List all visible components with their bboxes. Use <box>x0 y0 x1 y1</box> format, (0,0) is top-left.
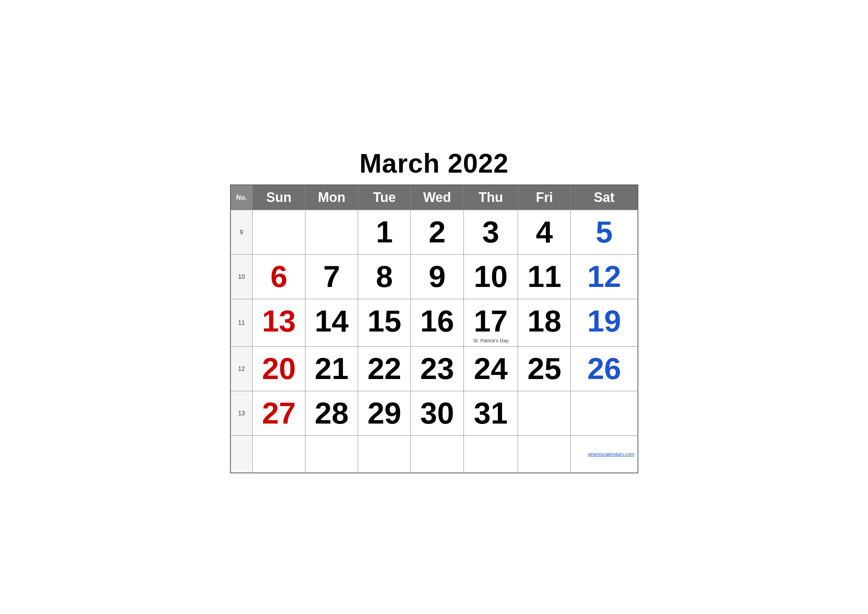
day-cell <box>411 436 463 473</box>
header-sun: Sun <box>253 185 305 210</box>
day-number: 5 <box>575 217 634 247</box>
day-cell: 16 <box>411 299 463 347</box>
day-number: 14 <box>309 306 354 336</box>
calendar-container: March 2022 No. Sun Mon Tue Wed Thu Fri S… <box>230 141 638 473</box>
day-cell: 2 <box>411 210 463 255</box>
day-cell: 22 <box>358 347 411 391</box>
header-sat: Sat <box>571 185 638 210</box>
day-number: 10 <box>468 261 515 292</box>
day-number: 19 <box>575 306 634 336</box>
day-number: 15 <box>362 306 407 336</box>
day-cell: 17St. Patrick's Day <box>463 299 518 347</box>
day-cell: wheniscalendars.com <box>571 436 638 473</box>
day-cell: 18 <box>518 299 571 347</box>
day-number: 30 <box>414 398 459 428</box>
day-number: 24 <box>468 354 515 384</box>
day-cell <box>463 436 518 473</box>
day-cell: 19 <box>571 299 638 347</box>
day-cell: 8 <box>358 255 411 299</box>
day-cell: 5 <box>571 210 638 255</box>
week-row: 111314151617St. Patrick's Day1819 <box>231 299 638 347</box>
day-cell: 30 <box>411 391 463 436</box>
header-row: No. Sun Mon Tue Wed Thu Fri Sat <box>231 185 638 210</box>
week-number: 9 <box>231 210 253 255</box>
day-cell <box>571 391 638 436</box>
day-cell <box>518 391 571 436</box>
day-cell: 29 <box>358 391 411 436</box>
day-number: 18 <box>522 306 567 336</box>
day-cell: 25 <box>518 347 571 391</box>
day-number: 16 <box>414 306 459 336</box>
header-mon: Mon <box>305 185 358 210</box>
day-number: 31 <box>468 398 515 428</box>
day-number: 27 <box>256 398 301 428</box>
day-cell: 15 <box>358 299 411 347</box>
day-cell <box>253 436 305 473</box>
day-cell <box>358 436 411 473</box>
calendar-title: March 2022 <box>230 141 638 185</box>
day-number: 4 <box>522 217 567 247</box>
day-cell: 9 <box>411 255 463 299</box>
week-row: wheniscalendars.com <box>231 436 638 473</box>
day-cell: 11 <box>518 255 571 299</box>
day-cell: 28 <box>305 391 358 436</box>
day-number: 12 <box>575 261 634 292</box>
week-row: 912345 <box>231 210 638 255</box>
calendar-table: No. Sun Mon Tue Wed Thu Fri Sat 91234510… <box>230 185 638 473</box>
day-number: 17 <box>468 306 515 336</box>
day-number: 11 <box>522 261 567 292</box>
day-cell: 1 <box>358 210 411 255</box>
day-cell <box>518 436 571 473</box>
day-number: 9 <box>414 261 459 292</box>
day-cell: 20 <box>253 347 305 391</box>
day-number: 2 <box>414 217 459 247</box>
day-cell <box>305 210 358 255</box>
day-number: 13 <box>256 306 301 336</box>
week-row: 106789101112 <box>231 255 638 299</box>
day-number: 1 <box>362 217 407 247</box>
week-number: 10 <box>231 255 253 299</box>
day-cell: 24 <box>463 347 518 391</box>
day-number: 21 <box>309 354 354 384</box>
day-number: 7 <box>309 261 354 292</box>
day-number: 6 <box>256 261 301 292</box>
day-cell: 4 <box>518 210 571 255</box>
week-number: 12 <box>231 347 253 391</box>
day-number: 28 <box>309 398 354 428</box>
day-cell: 13 <box>253 299 305 347</box>
header-tue: Tue <box>358 185 411 210</box>
week-row: 1220212223242526 <box>231 347 638 391</box>
day-cell: 23 <box>411 347 463 391</box>
day-cell: 10 <box>463 255 518 299</box>
day-cell: 3 <box>463 210 518 255</box>
header-thu: Thu <box>463 185 518 210</box>
day-cell: 21 <box>305 347 358 391</box>
week-row: 132728293031 <box>231 391 638 436</box>
week-number: 13 <box>231 391 253 436</box>
day-number: 29 <box>362 398 407 428</box>
watermark-link[interactable]: wheniscalendars.com <box>588 451 634 457</box>
header-no: No. <box>231 185 253 210</box>
day-cell: 31 <box>463 391 518 436</box>
day-number: 22 <box>362 354 407 384</box>
day-cell: 7 <box>305 255 358 299</box>
day-cell: 12 <box>571 255 638 299</box>
day-number: 8 <box>362 261 407 292</box>
header-wed: Wed <box>411 185 463 210</box>
day-cell: 14 <box>305 299 358 347</box>
week-number: 11 <box>231 299 253 347</box>
week-number <box>231 436 253 473</box>
day-number: 25 <box>522 354 567 384</box>
day-cell <box>305 436 358 473</box>
day-cell: 26 <box>571 347 638 391</box>
day-cell: 6 <box>253 255 305 299</box>
header-fri: Fri <box>518 185 571 210</box>
day-number: 20 <box>256 354 301 384</box>
holiday-label: St. Patrick's Day <box>468 338 515 343</box>
day-number: 23 <box>414 354 459 384</box>
calendar-body: 912345106789101112111314151617St. Patric… <box>231 210 638 473</box>
day-number: 26 <box>575 354 634 384</box>
day-number: 3 <box>468 217 515 247</box>
day-cell: 27 <box>253 391 305 436</box>
day-cell <box>253 210 305 255</box>
